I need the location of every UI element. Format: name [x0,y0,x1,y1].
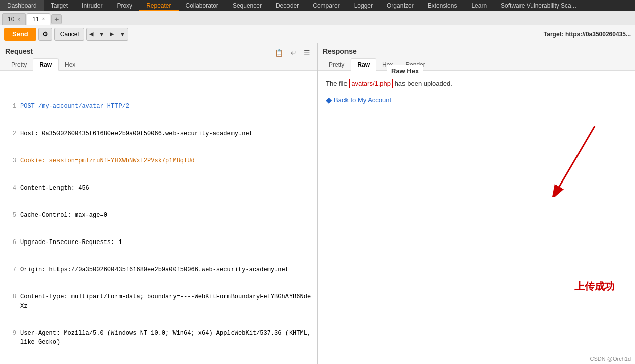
tab-11-label: 11 [32,16,39,23]
link-text: Back to My Account [334,96,391,104]
wrap-icon[interactable]: ↵ [288,48,299,58]
nav-software-vuln[interactable]: Software Vulnerability Sca... [494,0,584,11]
nav-collaborator[interactable]: Collaborator [179,0,225,11]
nav-decoder[interactable]: Decoder [269,0,306,11]
line-1: 1 POST /my-account/avatar HTTP/2 [4,102,313,111]
nav-comparer[interactable]: Comparer [306,0,347,11]
menu-icon[interactable]: ☰ [302,48,312,58]
toolbar: Send ⚙ Cancel ◀ ▼ ▶ ▼ Target: https://0a… [0,25,635,43]
request-tabs: Pretty Raw Hex [5,58,312,70]
request-panel: Request 📋 ↵ ☰ Pretty Raw Hex 1 POST /my-… [0,43,318,364]
response-tabs: Pretty Raw Hex Render [323,58,630,70]
line-5: 5 Cache-Control: max-age=0 [4,211,313,220]
line-9: 9 User-Agent: Mozilla/5.0 (Windows NT 10… [4,329,313,347]
prev-arrow-down[interactable]: ▼ [96,28,107,41]
nav-logger[interactable]: Logger [347,0,380,11]
raw-hex-indicator: Raw Hex [387,65,423,77]
request-toolbar-icons: 📋 ↵ ☰ [273,48,312,58]
request-panel-header: Request 📋 ↵ ☰ Pretty Raw Hex [0,43,317,71]
tabs-bar: 10 × 11 × + [0,11,635,25]
cancel-button[interactable]: Cancel [54,28,84,41]
tab-hex[interactable]: Hex [59,59,81,70]
arrow-annotation [514,86,615,197]
line-3: 3 Cookie: session=pmlzruNfFYHXWbNWxT2PVs… [4,156,313,165]
request-content[interactable]: 1 POST /my-account/avatar HTTP/2 2 Host:… [0,71,317,364]
next-arrow-down[interactable]: ▼ [117,28,128,41]
nav-intruder[interactable]: Intruder [75,0,109,11]
tab-pretty[interactable]: Pretty [5,59,33,70]
tab-10-label: 10 [8,16,14,23]
main-content: Request 📋 ↵ ☰ Pretty Raw Hex 1 POST /my-… [0,43,635,364]
response-content: The file avatars/1.php has been uploaded… [318,71,635,364]
tab-11-close[interactable]: × [42,16,45,22]
line-8: 8 Content-Type: multipart/form-data; bou… [4,292,313,311]
response-filename: avatars/1.php [349,79,393,88]
tab-raw[interactable]: Raw [33,58,59,71]
line-4: 4 Content-Length: 456 [4,184,313,193]
response-tab-raw[interactable]: Raw [351,58,376,71]
response-panel-header: Response Pretty Raw Hex Render [318,43,635,71]
nav-dashboard[interactable]: Dashboard [0,0,44,11]
request-code: 1 POST /my-account/avatar HTTP/2 2 Host:… [0,73,317,364]
response-title: Response [323,47,630,55]
send-button[interactable]: Send [4,28,36,41]
response-tab-pretty[interactable]: Pretty [323,59,351,70]
nav-learn[interactable]: Learn [464,0,494,11]
prev-arrow[interactable]: ◀ [87,28,96,41]
request-title: Request [5,47,33,55]
nav-sequencer[interactable]: Sequencer [225,0,269,11]
response-panel: Response Pretty Raw Hex Render The file … [318,43,635,364]
nav-organizer[interactable]: Organizer [380,0,421,11]
nav-extensions[interactable]: Extensions [421,0,465,11]
tab-10[interactable]: 10 × [2,13,26,25]
upload-success-label: 上传成功 [574,280,615,293]
navigation-arrows: ◀ ▼ ▶ ▼ [86,28,128,41]
settings-button[interactable]: ⚙ [38,28,52,41]
watermark: CSDN @Orch1d [590,356,631,362]
link-icon: ◆ [326,95,332,105]
top-navigation: Dashboard Target Intruder Proxy Repeater… [0,0,635,11]
line-2: 2 Host: 0a35002600435f61680ee2b9a00f5006… [4,129,313,138]
target-info: Target: https://0a3500260435... [544,31,631,38]
line-7: 7 Origin: https://0a35002600435f61680ee2… [4,265,313,274]
tab-add-button[interactable]: + [51,14,62,24]
tab-10-close[interactable]: × [17,17,20,22]
copy-icon[interactable]: 📋 [273,48,285,58]
nav-repeater[interactable]: Repeater [139,0,178,11]
nav-proxy[interactable]: Proxy [109,0,139,11]
line-6: 6 Upgrade-Insecure-Requests: 1 [4,238,313,247]
next-arrow[interactable]: ▶ [107,28,117,41]
tab-11[interactable]: 11 × [27,13,50,25]
svg-line-1 [559,126,595,187]
nav-target[interactable]: Target [44,0,75,11]
